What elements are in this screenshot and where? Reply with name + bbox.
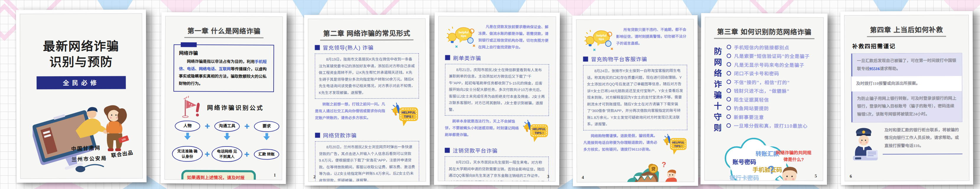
badge-line2: TIPS ! bbox=[404, 115, 413, 118]
chapter1-title-row: 第一章 什么是网络诈骗 bbox=[172, 25, 276, 38]
cloud-tree-area: 转账汇款 账号密码 手机验证码 银行卡密码 ? bbox=[711, 135, 817, 181]
page-2: 第二章 网络诈骗的常见形式 冒充领导(熟人) 诈骗 8月19日，陇南市文县居民K… bbox=[304, 14, 430, 186]
poster-board: 最新网络诈骗 识别与预防 全民必修 bbox=[0, 0, 980, 189]
cover-credits: 中国甘肃网 兰州市公安局 联合出品 bbox=[72, 143, 134, 164]
case-box: 8月20日，兰州市居民Z女士浏览网页时弹出一条快速贷款的广告，其点击进入并输入个… bbox=[315, 141, 419, 182]
formula-node: 沟通工具 bbox=[215, 121, 240, 132]
circle-bullet-icon bbox=[727, 123, 731, 127]
ten-rules-block: 防网络诈骗十守则 手机短信内的链接都别点 凡是索要“短信验证码”的全是骗子 凡是… bbox=[711, 41, 817, 135]
down-arrow-icon bbox=[224, 133, 230, 140]
remedies-subtitle: 补救四招需谨记 bbox=[852, 41, 962, 49]
alert-flag-icon bbox=[181, 94, 202, 120]
bulb-line2: tips bbox=[461, 34, 466, 38]
tip-row: helpful tips 所有贷款只要不违约、不逾期，都不会影响征信，请时刻提高… bbox=[583, 26, 687, 52]
tip-text: 所有贷款只要不违约、不逾期，都不会影响征信，请时刻提高警惕，切勿被不法分子的谣言… bbox=[616, 26, 687, 47]
rule-item: 手机短信内的链接都别点 bbox=[727, 43, 817, 51]
remedy-item-police: 及时和要汇款的银行柜台联系，将被骗的情况向银行工作人员反映，请求帮助。或直接打报… bbox=[851, 125, 962, 161]
cloud-word: 账号密码 bbox=[732, 159, 756, 165]
page-1: 第一章 什么是网络诈骗 网络诈骗 网络诈骗是指以非法占有为目的，利用手机短信、电… bbox=[161, 12, 287, 184]
tip-row: 网络购物需谨慎，退款是假，骗钱是真。凡是接到电话自称要为你理赔退款的，请务必多方… bbox=[583, 132, 687, 156]
section-bullet bbox=[315, 45, 320, 50]
formula-node: 人物 bbox=[175, 121, 200, 132]
definition-box: 网络诈骗 网络诈骗是指以非法占有为目的，利用手机短信、电话、网络电话、互联网等传… bbox=[173, 44, 274, 92]
credit-suffix: 联合出品 bbox=[110, 148, 134, 159]
question-mark: ? bbox=[662, 160, 666, 168]
helpful-tips-megaphone-icon: HELPFUL TIPS ! bbox=[522, 118, 549, 143]
chapter1-title: 第一章 什么是网络诈骗 bbox=[185, 25, 264, 38]
cover-banner: 全民必修 bbox=[37, 76, 126, 89]
chapter2-title-row: 第二章 网络诈骗的常见形式 bbox=[315, 28, 418, 41]
badge-line1: HELPFUL bbox=[672, 141, 684, 144]
formula-caption: 网络诈骗识别公式 bbox=[207, 103, 264, 112]
formula-node: 无法准确 确认身份 bbox=[172, 146, 203, 162]
bulb-line1: helpful bbox=[458, 31, 469, 34]
badge-line2: TIPS ! bbox=[674, 145, 682, 148]
section-bullet bbox=[445, 55, 450, 60]
page-number: 2 bbox=[313, 174, 316, 179]
plus-icon: + bbox=[204, 149, 210, 159]
cloud-word: 银行卡密码 bbox=[729, 175, 759, 181]
formula-node: 要求 bbox=[254, 121, 280, 132]
definition-text: 网络诈骗是指以非法占有为目的，利用手机短信、电话、网络电话、互联网等传播媒介，以… bbox=[179, 58, 269, 88]
plus-icon: + bbox=[244, 149, 249, 159]
plus-icon: + bbox=[205, 121, 210, 131]
rule-item: 陌生证据莫轻信 bbox=[727, 96, 817, 103]
rule-item: 钱财只进不出，“做貔貅” bbox=[727, 87, 817, 94]
credit-orgs: 中国甘肃网 兰州市公安局 bbox=[71, 142, 107, 165]
bulb-line1: helpful bbox=[597, 34, 606, 37]
warning-text: 如果遇到上述情况，请及时报警！ bbox=[181, 170, 256, 180]
definition-box-tab bbox=[181, 42, 197, 47]
common-pattern-question: 网络诈骗的共同规律是什么? bbox=[774, 149, 813, 163]
credit-org2: 兰州市公安局 bbox=[72, 153, 107, 165]
section-bullet bbox=[445, 148, 450, 152]
warning-callout: 如果遇到上述情况，请及时报警！ bbox=[181, 170, 270, 180]
section-bullet bbox=[583, 56, 588, 62]
page-number: 6 bbox=[850, 174, 852, 179]
helpful-tips-megaphone-icon: HELPFUL TIPS ! bbox=[662, 132, 687, 156]
tip-row: 转账之前想一想，打钱之前问一问。凡是有人通过社交工具向你借钱或要求你向指定账户转… bbox=[315, 101, 419, 129]
case-box: 8月23日，天水市居民B先生接到一陌生来电，对方称其在大学期间申请的贷款需要注销… bbox=[445, 156, 549, 181]
loan-coin-label: 贷 bbox=[651, 167, 655, 171]
page-5: 第三章 如何识别防范网络诈骗 防网络诈骗十守则 手机短信内的链接都别点 凡是索要… bbox=[700, 13, 827, 184]
page-4: helpful tips 所有贷款只要不违约、不逾期，都不会影响征信，请时刻提高… bbox=[572, 15, 698, 186]
bulb-line2: tips bbox=[598, 38, 604, 41]
section-fake-customer-service: 冒充购物平台客服诈骗 bbox=[583, 55, 687, 63]
page-3: helpful tips 凡是在贷款发放前要求缴纳保证金、解冻费、做流水账的都是… bbox=[434, 12, 560, 185]
tip-text: 网络购物需谨慎，退款是假，骗钱是真。凡是接到电话自称要为你理赔退款的，请务必多方… bbox=[583, 132, 660, 153]
page-number: 1 bbox=[274, 173, 276, 178]
loan-shark-monster-illustration: 贷 ? bbox=[617, 159, 687, 183]
unionpay-hotline: 95516 bbox=[870, 67, 880, 71]
definition-pre: 网络诈骗是指以非法占有为目的，利用 bbox=[187, 59, 255, 64]
badge-line1: HELPFUL bbox=[401, 111, 416, 114]
credit-org1: 中国甘肃网 bbox=[71, 142, 107, 154]
loan-shark-area: 贷 ? bbox=[584, 158, 688, 183]
circle-bullet-icon bbox=[727, 106, 731, 110]
case-box: 8月21日，庆阳市居民J女士在微信群里看到有人发布兼职刷单的信息，主动添加对方微… bbox=[445, 64, 549, 116]
chapter2-title: 第二章 网络诈骗的常见形式 bbox=[320, 28, 414, 41]
circle-bullet-icon bbox=[727, 80, 731, 84]
fraud-formula: 人物 + 沟通工具 + 要求 无法准确 确认身份 + 电话网络 见不到真人 + … bbox=[172, 121, 275, 167]
circle-bullet-icon bbox=[727, 97, 731, 102]
formula-caption-row: 网络诈骗识别公式 bbox=[181, 94, 276, 120]
circle-bullet-icon bbox=[727, 54, 731, 58]
remedy-item: 及时拨打110报警或向派出所报案。 bbox=[851, 76, 962, 92]
remedy-item: 为防止骗子用网上银行转账，可及时登录该银行的网上银行，登录时输入目标账号（骗子的… bbox=[851, 91, 962, 122]
rule-item: 钓鱼网站要提防 bbox=[727, 105, 817, 112]
rules-vertical-label: 防网络诈骗十守则 bbox=[711, 47, 723, 134]
plus-icon: + bbox=[244, 121, 250, 132]
circle-bullet-icon bbox=[727, 114, 731, 119]
section-brushing-fraud: 刷单类诈骗 bbox=[445, 54, 549, 62]
rules-list: 手机短信内的链接都别点 凡是索要“短信验证码”的全是骗子 凡是无显示号码来电的全… bbox=[727, 42, 817, 135]
circle-bullet-icon bbox=[727, 62, 731, 67]
definition-heading: 网络诈骗 bbox=[179, 49, 269, 56]
orange-arrow-icon bbox=[175, 180, 282, 180]
remedy-item: 一旦汇款后发现自己被骗了，可在第一时间拨打中国银联专线95516请求帮助。 bbox=[851, 53, 962, 76]
chapter3-title: 第三章 如何识别防范网络诈骗 bbox=[714, 26, 815, 39]
case-box: 8月24日，张掖市Y女士接到一自称淘宝客服的陌生电话，称其购买的口红存在质量问题… bbox=[583, 65, 687, 130]
rule-item: 不信“接的”，相信“打的” bbox=[727, 78, 817, 86]
remedies-box: 一旦汇款后发现自己被骗了，可在第一时间拨打中国银联专线95516请求帮助。 及时… bbox=[851, 53, 962, 122]
case-box: 8月19日，陇南市文县居民K先生在微信中收到一条备注为某镇党委书记的添加好友申请… bbox=[315, 54, 419, 99]
cover-title-line1: 最新网络诈骗 bbox=[27, 38, 135, 55]
chapter4-title: 第四章 上当后如何补救 bbox=[867, 24, 946, 37]
chapter4-title-row: 第四章 上当后如何补救 bbox=[851, 24, 962, 37]
